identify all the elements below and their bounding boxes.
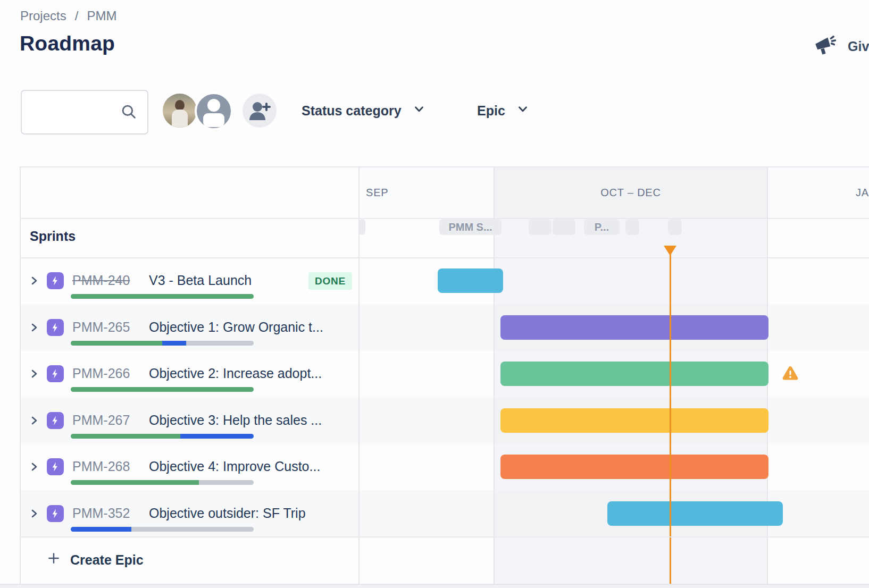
epic-key: PMM-266 [72,366,130,381]
breadcrumb-pmm[interactable]: PMM [87,9,116,23]
status-category-label: Status category [302,103,402,119]
chevron-right-icon[interactable] [29,322,39,333]
sprint-bar: P... [584,219,620,235]
epic-icon [47,319,64,336]
epic-progress [71,434,254,439]
month-label: OCT – DEC [600,187,661,199]
search-box [21,90,148,135]
sprint-bar [359,219,365,235]
epic-progress [71,341,254,346]
chevron-right-icon[interactable] [29,508,39,519]
epic-icon [47,412,64,429]
chevron-right-icon[interactable] [29,368,39,380]
month-label: JA [856,187,869,199]
sprints-row-label: Sprints [30,229,76,244]
sprint-bar [625,219,639,235]
epic-progress [71,387,254,392]
roadmap-screen: Projects / PMM Roadmap Giv [0,0,869,588]
chevron-down-icon [412,102,426,119]
epic-filter[interactable]: Epic [477,98,530,123]
generic-user-avatar[interactable] [195,92,233,130]
month-header-sep: SEP [360,167,500,218]
search-icon [120,103,138,123]
give-feedback-label: Giv [848,39,869,54]
chevron-right-icon[interactable] [29,275,39,287]
page-title: Roadmap [20,32,115,55]
month-header-oct-dec: OCT – DEC [494,167,767,218]
create-epic-button[interactable]: Create Epic [47,551,144,568]
epic-progress [71,480,254,485]
add-people-button[interactable] [243,94,277,128]
warning-icon [780,364,801,386]
search-input[interactable] [29,91,116,132]
epic-title[interactable]: Objective outsider: SF Trip [149,506,306,521]
epic-icon [47,272,64,289]
epic-progress [71,294,254,299]
gantt-bar-pmm-268[interactable] [500,455,768,479]
gantt-bar-pmm-265[interactable] [500,315,768,340]
gantt-bar-pmm-352[interactable] [607,501,783,526]
breadcrumb-separator: / [75,9,79,23]
user-photo-avatar[interactable] [163,94,197,128]
breadcrumb-projects[interactable]: Projects [20,9,66,23]
month-label: SEP [366,187,388,199]
month-header-jan: JA [767,167,869,218]
sprint-bar [553,219,575,235]
plus-icon [47,551,61,568]
gantt-bar-pmm-266[interactable] [500,362,768,386]
epic-icon [47,365,64,382]
sprint-bar-label: PMM S... [448,221,492,233]
epic-title[interactable]: Objective 3: Help the sales ... [149,413,322,428]
sprint-bar-label: P... [595,221,609,233]
epic-icon [47,458,64,475]
chevron-down-icon [516,102,530,119]
status-category-filter[interactable]: Status category [302,98,426,123]
epic-key: PMM-268 [72,459,130,474]
next-section-edge [0,584,869,588]
epic-title[interactable]: Objective 1: Grow Organic t... [149,320,323,335]
sprint-bar [668,219,682,235]
gantt-bar-pmm-240[interactable] [438,268,503,293]
give-feedback-button[interactable]: Giv [813,32,869,61]
epic-progress [71,527,254,532]
gantt-bar-pmm-267[interactable] [500,408,768,433]
megaphone-icon [813,32,838,61]
chevron-right-icon[interactable] [29,461,39,473]
epic-title[interactable]: Objective 4: Improve Custo... [149,459,320,474]
epic-key: PMM-352 [72,506,130,521]
epic-title[interactable]: Objective 2: Increase adopt... [149,366,322,381]
create-epic-label: Create Epic [70,552,144,568]
epic-icon [47,505,64,522]
breadcrumb: Projects / PMM [20,9,116,23]
sprint-bar [529,219,552,235]
epic-key: PMM-267 [72,413,130,428]
epic-key: PMM-265 [72,320,130,335]
today-marker-triangle [664,246,676,256]
sprint-bar: PMM S... [439,219,502,235]
table-top-border [20,166,869,167]
create-epic-row: Create Epic [20,536,869,585]
epic-filter-label: Epic [477,103,505,119]
chevron-right-icon[interactable] [29,415,39,426]
status-badge: DONE [308,272,352,290]
epic-title[interactable]: V3 - Beta Launch [149,273,252,288]
epic-key: PMM-240 [72,273,130,288]
